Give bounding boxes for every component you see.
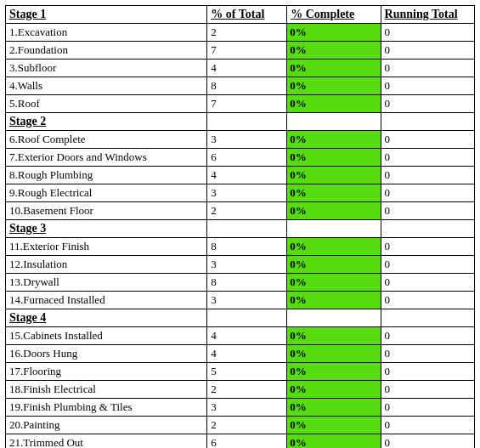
pct-cell[interactable]: 7 (207, 95, 287, 113)
stage-header-row: Stage 2 (6, 113, 475, 131)
running-cell: 0 (381, 42, 474, 60)
running-cell: 0 (381, 238, 474, 256)
running-cell: 0 (381, 202, 474, 220)
complete-cell[interactable]: 0% (287, 42, 381, 60)
pct-cell[interactable]: 5 (207, 363, 287, 381)
empty-cell (207, 113, 287, 131)
table-row: 19.Finish Plumbing & Tiles 3 0% 0 (6, 399, 475, 417)
empty-cell (287, 220, 381, 238)
header-pct-total: % of Total (207, 6, 287, 24)
table-row: 2.Foundation 7 0% 0 (6, 42, 475, 60)
pct-cell[interactable]: 6 (207, 149, 287, 167)
table-row: 13.Drywall 8 0% 0 (6, 274, 475, 292)
running-cell: 0 (381, 95, 474, 113)
pct-cell[interactable]: 3 (207, 292, 287, 309)
pct-cell[interactable]: 2 (207, 381, 287, 399)
running-cell: 0 (381, 60, 474, 77)
table-row: 4.Walls 8 0% 0 (6, 77, 475, 95)
running-cell: 0 (381, 292, 474, 309)
table-row: 12.Insulation 3 0% 0 (6, 256, 475, 274)
table-row: 18.Finish Electrical 2 0% 0 (6, 381, 475, 399)
pct-cell[interactable]: 3 (207, 184, 287, 202)
running-cell: 0 (381, 399, 474, 417)
pct-cell[interactable]: 7 (207, 42, 287, 60)
pct-cell[interactable]: 2 (207, 24, 287, 42)
complete-cell[interactable]: 0% (287, 434, 381, 449)
table-row: 7.Exterior Doors and Windows 6 0% 0 (6, 149, 475, 167)
item-label: 13.Drywall (6, 274, 207, 292)
complete-cell[interactable]: 0% (287, 238, 381, 256)
empty-cell (207, 220, 287, 238)
item-label: 3.Subfloor (6, 60, 207, 77)
running-cell: 0 (381, 381, 474, 399)
running-cell: 0 (381, 417, 474, 434)
complete-cell[interactable]: 0% (287, 167, 381, 184)
pct-cell[interactable]: 3 (207, 131, 287, 149)
complete-cell[interactable]: 0% (287, 95, 381, 113)
complete-cell[interactable]: 0% (287, 274, 381, 292)
running-cell: 0 (381, 24, 474, 42)
complete-cell[interactable]: 0% (287, 131, 381, 149)
header-row: Stage 1 % of Total % Complete Running To… (6, 6, 475, 24)
item-label: 6.Roof Complete (6, 131, 207, 149)
item-label: 9.Rough Electrical (6, 184, 207, 202)
pct-cell[interactable]: 4 (207, 60, 287, 77)
running-cell: 0 (381, 184, 474, 202)
table-row: 15.Cabinets Installed 4 0% 0 (6, 327, 475, 345)
table-row: 17.Flooring 5 0% 0 (6, 363, 475, 381)
pct-cell[interactable]: 6 (207, 434, 287, 449)
pct-cell[interactable]: 2 (207, 202, 287, 220)
header-pct-complete: % Complete (287, 6, 381, 24)
table-row: 11.Exterior Finish 8 0% 0 (6, 238, 475, 256)
complete-cell[interactable]: 0% (287, 417, 381, 434)
complete-cell[interactable]: 0% (287, 327, 381, 345)
pct-cell[interactable]: 2 (207, 417, 287, 434)
item-label: 14.Furnaced Installed (6, 292, 207, 309)
table-row: 21.Trimmed Out 6 0% 0 (6, 434, 475, 449)
running-cell: 0 (381, 345, 474, 363)
pct-cell[interactable]: 4 (207, 167, 287, 184)
stage-header-row: Stage 4 (6, 309, 475, 327)
item-label: 19.Finish Plumbing & Tiles (6, 399, 207, 417)
complete-cell[interactable]: 0% (287, 149, 381, 167)
pct-cell[interactable]: 8 (207, 274, 287, 292)
table-row: 16.Doors Hung 4 0% 0 (6, 345, 475, 363)
table-row: 3.Subfloor 4 0% 0 (6, 60, 475, 77)
item-label: 17.Flooring (6, 363, 207, 381)
item-label: 7.Exterior Doors and Windows (6, 149, 207, 167)
table-row: 5.Roof 7 0% 0 (6, 95, 475, 113)
empty-cell (381, 309, 474, 327)
complete-cell[interactable]: 0% (287, 77, 381, 95)
complete-cell[interactable]: 0% (287, 292, 381, 309)
empty-cell (381, 220, 474, 238)
empty-cell (287, 113, 381, 131)
running-cell: 0 (381, 434, 474, 449)
table-row: 20.Painting 2 0% 0 (6, 417, 475, 434)
header-stage1: Stage 1 (6, 6, 207, 24)
complete-cell[interactable]: 0% (287, 60, 381, 77)
running-cell: 0 (381, 327, 474, 345)
complete-cell[interactable]: 0% (287, 184, 381, 202)
running-cell: 0 (381, 149, 474, 167)
header-running-total: Running Total (381, 6, 474, 24)
empty-cell (287, 309, 381, 327)
item-label: 2.Foundation (6, 42, 207, 60)
pct-cell[interactable]: 8 (207, 238, 287, 256)
pct-cell[interactable]: 3 (207, 399, 287, 417)
pct-cell[interactable]: 4 (207, 327, 287, 345)
running-cell: 0 (381, 167, 474, 184)
pct-cell[interactable]: 3 (207, 256, 287, 274)
complete-cell[interactable]: 0% (287, 399, 381, 417)
complete-cell[interactable]: 0% (287, 345, 381, 363)
complete-cell[interactable]: 0% (287, 363, 381, 381)
table-row: 9.Rough Electrical 3 0% 0 (6, 184, 475, 202)
complete-cell[interactable]: 0% (287, 202, 381, 220)
stage-4-header: Stage 4 (6, 309, 207, 327)
complete-cell[interactable]: 0% (287, 381, 381, 399)
complete-cell[interactable]: 0% (287, 24, 381, 42)
table-row: 8.Rough Plumbing 4 0% 0 (6, 167, 475, 184)
pct-cell[interactable]: 4 (207, 345, 287, 363)
item-label: 20.Painting (6, 417, 207, 434)
complete-cell[interactable]: 0% (287, 256, 381, 274)
pct-cell[interactable]: 8 (207, 77, 287, 95)
